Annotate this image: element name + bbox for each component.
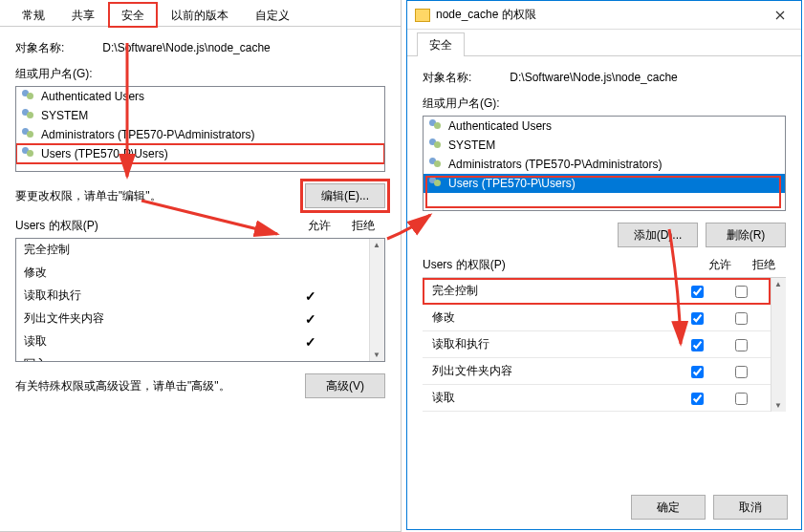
permissions-header: Users 的权限(P) xyxy=(423,257,698,273)
deny-checkbox-full-control[interactable] xyxy=(735,286,748,298)
groups-label: 组或用户名(G): xyxy=(15,66,385,82)
users-icon xyxy=(22,147,37,160)
list-item-users[interactable]: Users (TPE570-P\Users) xyxy=(16,144,384,163)
allow-header: 允许 xyxy=(698,257,742,273)
advanced-button[interactable]: 高级(V) xyxy=(305,373,385,398)
permissions-header: Users 的权限(P) xyxy=(15,218,297,234)
object-name-label: 对象名称: xyxy=(423,70,471,86)
permissions-list-editable: 完全控制 修改 读取和执行 列出文件夹内容 读取 xyxy=(423,277,786,412)
list-item-administrators[interactable]: Administrators (TPE570-P\Administrators) xyxy=(16,125,384,144)
list-item-authenticated-users[interactable]: Authenticated Users xyxy=(424,117,785,136)
permissions-window: node_cache 的权限 安全 对象名称: D:\Software\Node… xyxy=(406,0,802,530)
perm-row-read-execute: 读取和执行✓ xyxy=(16,285,384,308)
remove-button[interactable]: 删除(R) xyxy=(706,223,786,247)
folder-icon xyxy=(415,9,430,22)
deny-header: 拒绝 xyxy=(742,257,786,273)
advanced-hint: 有关特殊权限或高级设置，请单击"高级"。 xyxy=(15,378,230,394)
groups-label: 组或用户名(G): xyxy=(423,96,786,112)
deny-checkbox-modify[interactable] xyxy=(735,312,748,325)
scrollbar[interactable] xyxy=(771,278,786,412)
perm-row-modify: 修改 xyxy=(423,305,771,331)
users-icon xyxy=(22,90,37,103)
scrollbar[interactable] xyxy=(369,239,384,361)
deny-checkbox-list-folder[interactable] xyxy=(735,366,748,378)
deny-header: 拒绝 xyxy=(341,218,385,234)
list-item-authenticated-users[interactable]: Authenticated Users xyxy=(16,87,384,106)
content-area: 对象名称: D:\Software\Node.js\node_cache 组或用… xyxy=(407,56,801,421)
window-title: node_cache 的权限 xyxy=(436,7,536,23)
close-button[interactable] xyxy=(758,1,801,30)
groups-listbox[interactable]: Authenticated Users SYSTEM Administrator… xyxy=(15,86,385,172)
object-path: D:\Software\Node.js\node_cache xyxy=(102,41,270,54)
users-icon xyxy=(429,177,445,190)
perm-row-full-control: 完全控制 xyxy=(16,239,384,262)
add-button[interactable]: 添加(D)... xyxy=(618,223,698,247)
perm-row-read-execute: 读取和执行 xyxy=(423,331,771,358)
allow-checkbox-read-execute[interactable] xyxy=(691,339,704,351)
users-icon xyxy=(22,109,37,122)
perm-row-read: 读取 xyxy=(423,385,771,412)
allow-header: 允许 xyxy=(297,218,341,234)
perm-row-list-folder: 列出文件夹内容✓ xyxy=(16,308,384,330)
tab-strip: 常规 共享 安全 以前的版本 自定义 xyxy=(0,0,401,27)
tab-general[interactable]: 常规 xyxy=(10,3,57,27)
perm-row-write: 写入 xyxy=(16,353,384,362)
users-icon xyxy=(22,128,37,141)
ok-button[interactable]: 确定 xyxy=(631,495,706,520)
tab-sharing[interactable]: 共享 xyxy=(59,3,107,27)
dialog-buttons: 确定 取消 xyxy=(631,495,788,520)
perm-row-modify: 修改 xyxy=(16,262,384,285)
users-icon xyxy=(429,158,445,171)
check-icon: ✓ xyxy=(289,334,333,350)
deny-checkbox-read[interactable] xyxy=(735,393,748,405)
object-path: D:\Software\Node.js\node_cache xyxy=(510,71,677,84)
tab-security[interactable]: 安全 xyxy=(109,3,157,27)
edit-hint: 要更改权限，请单击"编辑"。 xyxy=(15,188,162,204)
title-bar: node_cache 的权限 xyxy=(407,1,801,30)
tab-previous-versions[interactable]: 以前的版本 xyxy=(159,3,241,27)
allow-checkbox-full-control[interactable] xyxy=(691,286,704,298)
list-item-administrators[interactable]: Administrators (TPE570-P\Administrators) xyxy=(424,155,785,174)
edit-button[interactable]: 编辑(E)... xyxy=(305,183,385,208)
check-icon: ✓ xyxy=(289,311,333,327)
cancel-button[interactable]: 取消 xyxy=(713,495,788,520)
users-icon xyxy=(429,119,445,133)
perm-row-list-folder: 列出文件夹内容 xyxy=(423,358,771,385)
list-item-system[interactable]: SYSTEM xyxy=(424,136,785,155)
perm-row-full-control: 完全控制 xyxy=(423,278,771,305)
deny-checkbox-read-execute[interactable] xyxy=(735,339,748,351)
groups-listbox[interactable]: Authenticated Users SYSTEM Administrator… xyxy=(423,116,786,211)
users-icon xyxy=(429,138,445,152)
check-icon: ✓ xyxy=(289,288,333,304)
allow-checkbox-read[interactable] xyxy=(691,393,704,405)
tab-security[interactable]: 安全 xyxy=(417,32,465,56)
tab-strip: 安全 xyxy=(407,30,801,56)
perm-row-read: 读取✓ xyxy=(16,330,384,353)
allow-checkbox-modify[interactable] xyxy=(691,312,704,325)
tab-customize[interactable]: 自定义 xyxy=(243,3,302,27)
permissions-list-readonly: 完全控制 修改 读取和执行✓ 列出文件夹内容✓ 读取✓ 写入 xyxy=(15,238,385,362)
content-area: 对象名称: D:\Software\Node.js\node_cache 组或用… xyxy=(0,27,401,414)
allow-checkbox-list-folder[interactable] xyxy=(691,366,704,378)
list-item-system[interactable]: SYSTEM xyxy=(16,106,384,125)
list-item-users[interactable]: Users (TPE570-P\Users) xyxy=(424,174,785,193)
properties-window: 常规 共享 安全 以前的版本 自定义 对象名称: D:\Software\Nod… xyxy=(0,0,402,532)
close-icon xyxy=(775,11,785,20)
object-name-label: 对象名称: xyxy=(15,40,64,56)
